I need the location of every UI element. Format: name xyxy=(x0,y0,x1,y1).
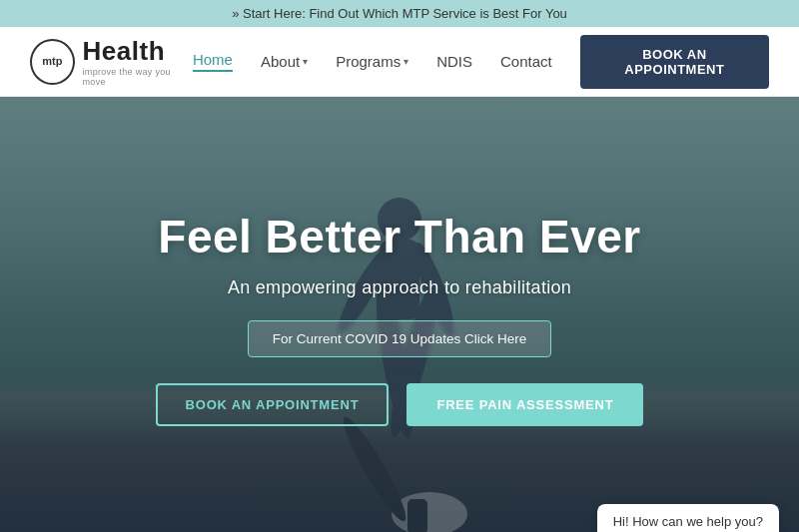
chevron-down-icon: ▾ xyxy=(303,56,308,67)
chevron-down-icon: ▾ xyxy=(403,56,408,67)
nav-home[interactable]: Home xyxy=(193,51,233,72)
hero-title: Feel Better Than Ever xyxy=(158,210,640,264)
chat-bubble[interactable]: Hi! How can we help you? xyxy=(597,504,779,532)
main-nav: Home About ▾ Programs ▾ NDIS Contact BOO… xyxy=(193,35,769,89)
hero-cta-buttons: BOOK AN APPOINTMENT FREE PAIN ASSESSMENT xyxy=(156,383,644,426)
logo-brand: Health xyxy=(83,36,193,67)
logo-icon: mtp xyxy=(30,39,75,85)
nav-about[interactable]: About ▾ xyxy=(261,53,308,70)
nav-contact[interactable]: Contact xyxy=(500,53,552,70)
nav-ndis[interactable]: NDIS xyxy=(436,53,472,70)
header: mtp Health improve the way you move Home… xyxy=(0,27,799,97)
hero-pain-button[interactable]: FREE PAIN ASSESSMENT xyxy=(406,383,643,426)
logo: mtp Health improve the way you move xyxy=(30,36,193,87)
chat-text: Hi! How can we help you? xyxy=(613,514,763,529)
hero-subtitle: An empowering approach to rehabilitation xyxy=(228,277,571,298)
hero-section: Feel Better Than Ever An empowering appr… xyxy=(0,97,799,532)
logo-tagline: improve the way you move xyxy=(83,67,193,87)
hero-book-button[interactable]: BOOK AN APPOINTMENT xyxy=(156,383,390,426)
book-appointment-button[interactable]: BOOK AN APPOINTMENT xyxy=(580,35,769,89)
logo-initials: mtp xyxy=(42,55,62,67)
nav-programs[interactable]: Programs ▾ xyxy=(336,53,408,70)
banner-text: » Start Here: Find Out Which MTP Service… xyxy=(232,6,567,21)
logo-text-group: Health improve the way you move xyxy=(83,36,193,87)
covid-updates-button[interactable]: For Current COVID 19 Updates Click Here xyxy=(248,320,551,357)
hero-content: Feel Better Than Ever An empowering appr… xyxy=(156,210,644,426)
top-banner[interactable]: » Start Here: Find Out Which MTP Service… xyxy=(0,0,799,27)
